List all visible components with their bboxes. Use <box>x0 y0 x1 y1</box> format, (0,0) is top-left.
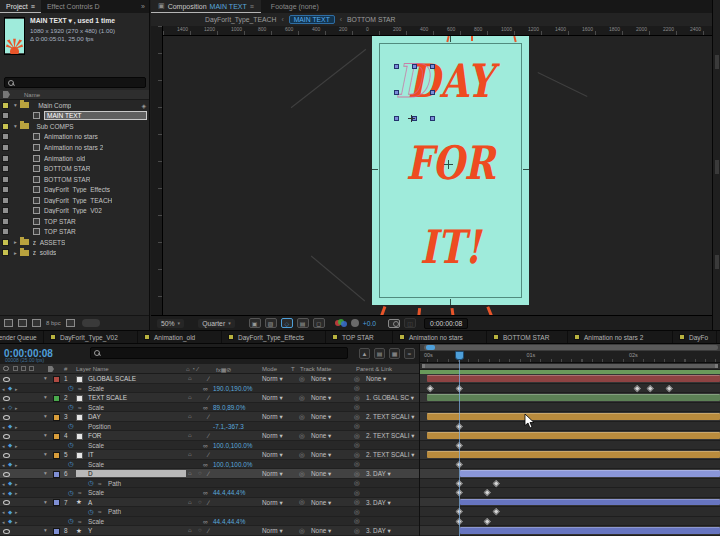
keyframe-indicator-icon[interactable]: ◆ <box>8 509 12 515</box>
shy-switch[interactable]: ⌂ <box>188 375 192 381</box>
blend-mode-select[interactable]: Norm ▾ <box>262 375 283 383</box>
quality-switch[interactable]: ∕ <box>208 375 209 382</box>
stopwatch-icon[interactable]: ◷ <box>68 517 74 525</box>
selection-handle[interactable] <box>412 64 417 69</box>
item-label-color[interactable] <box>2 218 9 225</box>
project-item-main-comp[interactable]: ▾_ Main Comp◈ <box>0 100 149 111</box>
project-item-z-solids[interactable]: ▸z_solids <box>0 248 149 259</box>
link-dimensions-icon[interactable]: ∞ <box>203 489 208 496</box>
panel-menu-icon[interactable]: ≡ <box>250 3 254 10</box>
keyframe-row-scale[interactable] <box>420 403 720 413</box>
vertical-ruler[interactable] <box>151 26 163 315</box>
blend-mode-select[interactable]: Norm ▾ <box>262 432 283 440</box>
keyframe-diamond[interactable] <box>484 489 490 495</box>
project-item-sub-comps[interactable]: ▾_Sub COMPS <box>0 121 149 132</box>
visibility-toggle-icon[interactable] <box>3 500 10 505</box>
time-navigator-start[interactable] <box>426 345 435 350</box>
twirl-icon[interactable]: ▾ <box>44 394 47 400</box>
interpret-footage-icon[interactable] <box>4 319 13 327</box>
bit-depth-button[interactable]: 8 bpc <box>46 320 61 326</box>
parent-pickwhip-icon[interactable]: ◎ <box>354 432 360 440</box>
shy-switch[interactable]: ⌂ <box>188 451 192 457</box>
property-pickwhip-icon[interactable]: ◎ <box>354 384 360 392</box>
timeline-tab-dayforit-type-effects[interactable]: DayForIt_Type_Effects <box>222 330 326 344</box>
lock-column-icon[interactable] <box>29 366 34 371</box>
property-name[interactable]: Position <box>88 423 111 430</box>
timeline-search-input[interactable] <box>90 347 348 359</box>
layer-label-color[interactable] <box>53 414 60 421</box>
next-keyframe-icon[interactable]: ▸ <box>15 519 18 525</box>
next-keyframe-icon[interactable]: ▸ <box>15 509 18 515</box>
shy-switch[interactable]: ⌂ <box>188 499 192 505</box>
visibility-toggle-icon[interactable] <box>3 415 10 420</box>
prev-keyframe-icon[interactable]: ◂ <box>2 462 5 468</box>
trackmatte-pickwhip-icon[interactable]: ◎ <box>299 375 305 383</box>
duration-bar-row-y[interactable] <box>420 526 720 536</box>
parent-pickwhip-icon[interactable]: ◎ <box>354 498 360 506</box>
layer-name[interactable]: Y <box>88 527 92 534</box>
twirl-icon[interactable]: ▾ <box>44 413 47 419</box>
new-composition-icon[interactable] <box>32 319 41 327</box>
time-navigator-handle[interactable] <box>424 345 718 350</box>
visibility-toggle-icon[interactable] <box>3 529 10 534</box>
resolution-select[interactable]: Quarter▾ <box>198 319 235 328</box>
parent-link-select[interactable]: 3. DAY ▾ <box>366 499 391 507</box>
project-item-animation-no-stars[interactable]: Animation no stars <box>0 132 149 143</box>
layer-duration-bar[interactable] <box>460 499 720 506</box>
project-item-animation-no-stars-2[interactable]: Animation no stars 2 <box>0 142 149 153</box>
blend-mode-select[interactable]: Norm ▾ <box>262 527 283 535</box>
timeline-tab-dayfo[interactable]: DayFo <box>673 330 717 344</box>
trash-icon[interactable] <box>66 319 75 327</box>
quality-switch[interactable]: ∕ <box>208 432 209 439</box>
keyframe-indicator-icon[interactable]: ◆ <box>8 490 12 496</box>
horizontal-ruler[interactable]: 1400120010008006004002000200400600800100… <box>163 26 712 36</box>
next-keyframe-icon[interactable]: ▸ <box>15 405 18 411</box>
work-area-bar[interactable] <box>422 364 718 368</box>
solo-column-icon[interactable] <box>21 366 26 371</box>
preview-options-icon[interactable]: ◻ <box>313 318 325 328</box>
layer-row-a[interactable]: ▾7★A⌂○∕Norm ▾◎None ▾◎3. DAY ▾ <box>0 498 419 508</box>
parent-link-select[interactable]: 2. TEXT SCALI ▾ <box>366 413 414 421</box>
property-name[interactable]: Scale <box>88 489 104 496</box>
property-pickwhip-icon[interactable]: ◎ <box>354 508 360 516</box>
prev-keyframe-icon[interactable]: ◂ <box>2 509 5 515</box>
property-name[interactable]: Scale <box>88 442 104 449</box>
selection-handle[interactable] <box>394 90 399 95</box>
parent-link-select[interactable]: 2. TEXT SCALI ▾ <box>366 432 414 440</box>
graph-icon[interactable]: ≈ <box>78 385 82 392</box>
next-keyframe-icon[interactable]: ▸ <box>15 462 18 468</box>
visibility-toggle-icon[interactable] <box>3 434 10 439</box>
collapse-switch[interactable]: ○ <box>198 499 202 505</box>
item-label-color[interactable] <box>2 112 9 119</box>
link-dimensions-icon[interactable]: ∞ <box>203 404 208 411</box>
tab-effect-controls[interactable]: Effect Controls D <box>41 0 106 13</box>
item-label-color[interactable] <box>2 133 9 140</box>
layer-label-color[interactable] <box>53 433 60 440</box>
parent-pickwhip-icon[interactable]: ◎ <box>354 413 360 421</box>
layer-duration-bar[interactable] <box>460 470 720 477</box>
twirl-icon[interactable]: ▾ <box>44 432 47 438</box>
keyframe-indicator-icon[interactable]: ◆ <box>8 385 12 391</box>
property-row-scale[interactable]: ◂◆▸◷≈Scale∞44.4,44.4%◎ <box>0 488 419 498</box>
layer-label-color[interactable] <box>53 452 60 459</box>
project-item-top-star[interactable]: TOP STAR <box>0 216 149 227</box>
timeline-tab-animation-no-stars-2[interactable]: Animation no stars 2 <box>568 330 673 344</box>
guides-options-icon[interactable]: ▤ <box>297 318 309 328</box>
name-column-header[interactable]: Name <box>24 92 40 98</box>
parent-link-select[interactable]: 3. DAY ▾ <box>366 527 391 535</box>
property-value[interactable]: 190.0,190.0% <box>213 385 252 392</box>
quality-switch[interactable]: ∕ <box>208 527 209 534</box>
graph-icon[interactable]: ≈ <box>78 404 82 411</box>
shy-switch[interactable]: ⌂ <box>188 394 192 400</box>
layer-label-color[interactable] <box>53 376 60 383</box>
project-item-top-star[interactable]: TOP STAR <box>0 227 149 238</box>
layer-label-color[interactable] <box>53 528 60 535</box>
tab-overflow-icon[interactable]: » <box>141 3 149 10</box>
video-column-icon[interactable] <box>3 366 9 371</box>
keyframe-diamond[interactable] <box>666 385 672 391</box>
selection-handle[interactable] <box>394 116 399 121</box>
adjust-exposure-icon[interactable] <box>351 319 359 327</box>
track-matte-column-header[interactable]: Track Matte <box>300 366 331 372</box>
transparency-grid-icon[interactable]: ▨ <box>265 318 277 328</box>
twirl-icon[interactable]: ▾ <box>14 102 17 108</box>
